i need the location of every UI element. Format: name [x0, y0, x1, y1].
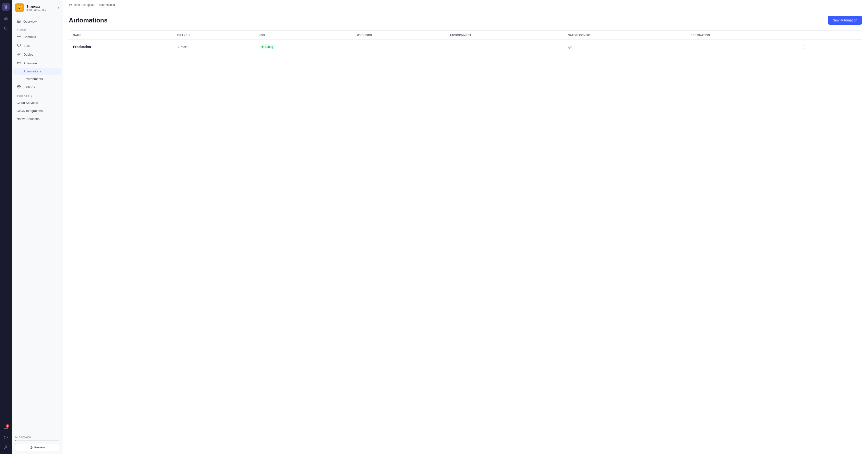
col-name: NAME	[69, 31, 174, 40]
breadcrumb-sep-2: /	[97, 3, 97, 7]
sidebar-item-cloud-services[interactable]: Cloud Services	[13, 99, 61, 106]
branch-name: main	[181, 45, 188, 49]
col-job: JOB	[255, 31, 353, 40]
col-native-config: NATIVE CONFIG	[564, 31, 687, 40]
sidebar-item-overview[interactable]: Overview	[13, 17, 61, 26]
breadcrumb-repo[interactable]: snapcats	[84, 3, 95, 7]
sidebar-item-commits[interactable]: Commits	[13, 33, 61, 41]
branch-cell: ƿ main	[177, 45, 251, 49]
svg-point-13	[31, 447, 32, 448]
commits-icon	[17, 35, 21, 39]
usage-label: 0 / 5,000,000	[15, 436, 59, 439]
preview-button[interactable]: Preview	[15, 444, 59, 451]
sidebar-item-label: Commits	[24, 35, 36, 39]
col-webhook: WEBHOOK	[353, 31, 446, 40]
sidebar-item-automate[interactable]: Automate	[13, 59, 61, 67]
sidebar-item-label: CI/CD Integrations	[17, 109, 43, 112]
sidebar-item-label: Build	[24, 44, 31, 47]
sidebar-item-native-solutions[interactable]: Native Solutions	[13, 115, 61, 123]
icon-bar: 1	[0, 0, 12, 454]
table-row[interactable]: Production ƿ main debug	[69, 40, 862, 54]
webhook-value: --	[357, 45, 359, 49]
svg-point-3	[5, 446, 6, 447]
svg-point-12	[18, 86, 19, 87]
job-status-dot	[261, 46, 264, 48]
search-icon[interactable]	[2, 24, 10, 32]
job-name: debug	[265, 45, 273, 48]
sidebar-item-label: Automate	[24, 61, 37, 65]
sidebar-item-label: Overview	[24, 20, 37, 23]
cell-native-config: QA	[564, 40, 687, 54]
breadcrumb-icon: 🗂	[69, 3, 72, 7]
breadcrumb-sep-1: /	[81, 3, 82, 7]
sidebar-item-label: Deploy	[24, 53, 33, 56]
cell-branch: ƿ main	[174, 40, 255, 54]
sidebar-item-deploy[interactable]: Deploy	[13, 50, 61, 59]
breadcrumb-org[interactable]: ionic	[74, 3, 80, 7]
sidebar-item-environments[interactable]: Environments	[13, 75, 61, 83]
job-badge: debug	[259, 44, 275, 49]
settings-icon	[17, 85, 21, 89]
new-automation-button[interactable]: New automation	[828, 16, 862, 25]
app-info: Snapcats Ionic · a41075c0	[26, 5, 55, 11]
section-cloud-label: CLOUD	[12, 26, 63, 33]
col-environment: ENVIRONMENT	[446, 31, 564, 40]
sidebar-item-label: Native Solutions	[17, 117, 39, 121]
sidebar-item-settings[interactable]: Settings	[13, 83, 61, 91]
table-header-row: NAME BRANCH JOB WEBHOOK ENVIRONMENT NATI…	[69, 31, 862, 40]
row-more-menu-button[interactable]: ⋮	[801, 43, 809, 51]
sidebar-item-automations[interactable]: Automations	[13, 68, 61, 75]
sidebar-header: 🐱 Snapcats Ionic · a41075c0 ▾	[12, 0, 63, 15]
svg-rect-7	[17, 44, 21, 46]
usage-progress-bar-bg	[15, 440, 59, 441]
help-icon[interactable]	[2, 433, 10, 441]
destination-value: --	[691, 45, 693, 49]
cell-webhook: --	[353, 40, 446, 54]
svg-marker-10	[17, 53, 20, 56]
environment-value: --	[450, 45, 452, 49]
user-icon[interactable]	[2, 443, 10, 451]
sidebar-item-cicd[interactable]: CI/CD Integrations	[13, 107, 61, 115]
usage-progress-fill	[15, 440, 16, 441]
home-icon[interactable]	[2, 14, 10, 23]
branch-icon: ƿ	[177, 45, 179, 48]
chevron-down-icon[interactable]: ▾	[58, 6, 59, 9]
automate-icon	[17, 61, 21, 65]
home-nav-icon	[17, 19, 21, 24]
notification-icon[interactable]: 1	[2, 424, 10, 431]
sidebar-item-build[interactable]: Build	[13, 41, 61, 50]
main-content: 🗂 ionic / snapcats / automations Automat…	[63, 0, 868, 454]
cell-environment: --	[446, 40, 564, 54]
col-destination: DESTINATION	[687, 31, 797, 40]
page-header: Automations New automation	[69, 16, 862, 25]
deploy-icon	[17, 52, 21, 57]
sidebar-footer: 0 / 5,000,000 Preview	[12, 433, 63, 454]
page-title: Automations	[69, 17, 107, 24]
native-config-value: QA	[568, 45, 572, 49]
svg-point-4	[18, 36, 20, 37]
cell-row-actions: ⋮	[797, 40, 862, 54]
cell-destination: --	[687, 40, 797, 54]
breadcrumb-current: automations	[99, 3, 115, 7]
svg-point-0	[4, 27, 7, 30]
automations-table-element: NAME BRANCH JOB WEBHOOK ENVIRONMENT NATI…	[69, 31, 862, 54]
breadcrumb: 🗂 ionic / snapcats / automations	[63, 0, 868, 10]
content-area: Automations New automation NAME BRANCH J…	[63, 10, 868, 454]
sidebar-item-label: Automations	[24, 69, 41, 73]
svg-line-1	[7, 29, 7, 30]
automations-table: NAME BRANCH JOB WEBHOOK ENVIRONMENT NATI…	[69, 30, 862, 54]
sidebar: 🐱 Snapcats Ionic · a41075c0 ▾ Overview C…	[12, 0, 63, 454]
sidebar-item-label: Settings	[24, 85, 35, 89]
cell-job: debug	[255, 40, 353, 54]
row-name-label: Production	[73, 45, 91, 49]
cell-name: Production	[69, 40, 174, 54]
preview-button-label: Preview	[34, 446, 45, 449]
svg-point-11	[18, 62, 19, 63]
section-explore-label: EXPLORE ✦	[12, 92, 63, 99]
app-logo-icon[interactable]	[2, 3, 10, 11]
sidebar-item-label: Cloud Services	[17, 101, 38, 105]
sidebar-nav: Overview CLOUD Commits Build	[12, 15, 63, 433]
app-subtitle: Ionic · a41075c0	[26, 8, 55, 11]
notification-badge: 1	[6, 424, 9, 428]
col-actions	[797, 31, 862, 40]
